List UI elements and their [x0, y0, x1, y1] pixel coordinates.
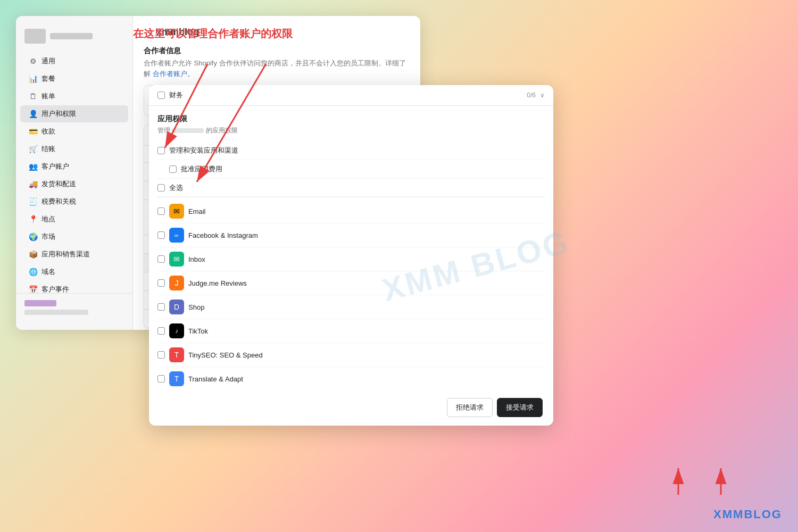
- location-icon: 📍: [29, 215, 37, 223]
- sidebar-item-markets[interactable]: 🌍 市场: [20, 228, 128, 245]
- sidebar-item-taxes[interactable]: 🧾 税费和关税: [20, 193, 128, 210]
- sidebar-item-label: 市场: [41, 232, 55, 242]
- app-tiktok-name: TikTok: [188, 327, 545, 335]
- chart-icon: 📊: [29, 74, 37, 83]
- finance-label: 财务: [169, 90, 522, 100]
- sidebar-item-label: 结账: [41, 144, 55, 154]
- app-inbox-name: Inbox: [188, 255, 545, 263]
- judgeme-icon: J: [169, 276, 184, 290]
- sidebar-item-billing[interactable]: 🗒 账单: [20, 88, 128, 105]
- tiktok-icon: ♪: [169, 323, 184, 338]
- sidebar-item-checkout[interactable]: 🛒 结账: [20, 140, 128, 157]
- save-button[interactable]: 接受请求: [497, 398, 543, 417]
- users-icon: 👥: [29, 162, 37, 171]
- user-icon: 👤: [29, 110, 37, 118]
- page-title: xmmblog: [156, 27, 199, 38]
- truck-icon: 🚚: [29, 180, 37, 188]
- store-name-bar: [24, 310, 88, 315]
- domain-icon: 🌐: [29, 268, 37, 276]
- bill-icon: 🗒: [29, 92, 37, 101]
- app-tinyseo: T TinySEO: SEO & Speed: [157, 343, 545, 367]
- app-tinyseo-checkbox[interactable]: [157, 351, 165, 359]
- sidebar-bottom: [16, 293, 132, 321]
- sidebar-item-customer-accounts[interactable]: 👥 客户账户: [20, 158, 128, 175]
- translate-icon: T: [169, 371, 184, 386]
- app-tiktok: ♪ TikTok: [157, 319, 545, 343]
- app-charges-checkbox[interactable]: [169, 165, 177, 173]
- inbox-icon: ✉: [169, 252, 184, 267]
- app-tinyseo-name: TinySEO: SEO & Speed: [188, 351, 545, 359]
- store-badge: [24, 300, 56, 306]
- app-permissions-title: 应用权限: [157, 114, 545, 124]
- sidebar-item-label: 客户账户: [41, 162, 69, 171]
- app-shop-checkbox[interactable]: [157, 303, 165, 311]
- footer-buttons: 拒绝请求 接受请求: [447, 398, 543, 417]
- app-inbox: ✉ Inbox: [157, 247, 545, 271]
- app-facebook-checkbox[interactable]: [157, 231, 165, 239]
- app-translate-name: Translate & Adapt: [188, 375, 545, 383]
- manage-install-label: 管理和安装应用和渠道: [169, 146, 545, 155]
- app-translate-checkbox[interactable]: [157, 375, 165, 383]
- sidebar-item-payments[interactable]: 💳 收款: [20, 123, 128, 140]
- shop-icon: D: [169, 300, 184, 314]
- sidebar-item-plan[interactable]: 📊 套餐: [20, 70, 128, 87]
- app-email: ✉ Email: [157, 200, 545, 223]
- manage-install-checkbox[interactable]: [157, 147, 165, 154]
- perm-app-charges: 批准应用费用: [157, 160, 545, 179]
- sidebar-item-general[interactable]: ⚙ 通用: [20, 53, 128, 70]
- sidebar-nav: ⚙ 通用 📊 套餐 🗒 账单 👤 用户和权限 💳 收款 🛒 结账: [16, 52, 132, 293]
- app-shop-name: Shop: [188, 303, 545, 311]
- app-judgeme: J Judge.me Reviews: [157, 271, 545, 295]
- finance-checkbox[interactable]: [157, 92, 165, 99]
- sidebar-item-label: 域名: [41, 267, 55, 277]
- app-translate: T Translate & Adapt: [157, 367, 545, 390]
- sidebar-item-users[interactable]: 👤 用户和权限: [20, 105, 128, 122]
- sidebar-item-label: 用户和权限: [41, 109, 76, 119]
- partner-info-title: 合作者信息: [144, 46, 410, 56]
- sidebar-item-label: 发货和配送: [41, 179, 76, 189]
- sidebar-item-label: 税费和关税: [41, 197, 76, 206]
- app-shop: D Shop: [157, 295, 545, 319]
- sidebar-item-apps[interactable]: 📦 应用和销售渠道: [20, 246, 128, 263]
- facebook-icon: ∞: [169, 228, 184, 243]
- app-email-checkbox[interactable]: [157, 207, 165, 215]
- perm-manage-install: 管理和安装应用和渠道: [157, 142, 545, 160]
- app-facebook: ∞ Facebook & Instagram: [157, 223, 545, 247]
- app-facebook-name: Facebook & Instagram: [188, 231, 545, 239]
- finance-count: 0/6: [527, 92, 536, 99]
- app-permissions-sub: 管理 的应用权限: [157, 126, 545, 135]
- sidebar-item-events[interactable]: 📅 客户事件: [20, 281, 128, 293]
- app-permissions-section: 应用权限 管理 的应用权限 管理和安装应用和渠道 批准应用费用 全选: [149, 106, 553, 399]
- calendar-icon: 📅: [29, 285, 37, 293]
- app-tiktok-checkbox[interactable]: [157, 327, 165, 335]
- sidebar-item-label: 通用: [41, 56, 55, 66]
- app-charges-label: 批准应用费用: [181, 164, 545, 174]
- second-card: 财务 0/6 ∨ 应用权限 管理 的应用权限 管理和安装应用和渠道 批准应用费用: [149, 85, 553, 426]
- sidebar-item-label: 收款: [41, 127, 55, 136]
- app-inbox-checkbox[interactable]: [157, 255, 165, 263]
- apps-select-all: 全选: [157, 179, 545, 197]
- sidebar-item-label: 地点: [41, 214, 55, 224]
- bottom-watermark: XMMBLOG: [713, 508, 782, 521]
- receipt-icon: 🧾: [29, 197, 37, 206]
- sidebar-item-label: 客户事件: [41, 285, 69, 293]
- gear-icon: ⚙: [29, 57, 37, 65]
- app-judgeme-checkbox[interactable]: [157, 279, 165, 287]
- second-card-content: 财务 0/6 ∨ 应用权限 管理 的应用权限 管理和安装应用和渠道 批准应用费用: [149, 85, 553, 426]
- partner-info-desc: 合作者账户允许 Shopify 合作伙伴访问您的商店，并且不会计入您的员工限制。…: [144, 58, 410, 79]
- cart-icon: 🛒: [29, 145, 37, 153]
- sidebar: ⚙ 通用 📊 套餐 🗒 账单 👤 用户和权限 💳 收款 🛒 结账: [16, 16, 133, 330]
- logo-box: [24, 29, 46, 44]
- sidebar-item-domains[interactable]: 🌐 域名: [20, 263, 128, 280]
- back-arrow-icon[interactable]: ←: [144, 28, 152, 37]
- sidebar-item-shipping[interactable]: 🚚 发货和配送: [20, 176, 128, 193]
- email-icon: ✉: [169, 204, 184, 219]
- cancel-button[interactable]: 拒绝请求: [447, 398, 493, 417]
- finance-expand[interactable]: ∨: [540, 92, 545, 99]
- partner-accounts-link[interactable]: 合作者账户。: [153, 70, 194, 78]
- app-judgeme-name: Judge.me Reviews: [188, 279, 545, 287]
- apps-select-all-checkbox[interactable]: [157, 184, 165, 192]
- sidebar-item-label: 套餐: [41, 74, 55, 84]
- sidebar-item-locations[interactable]: 📍 地点: [20, 211, 128, 228]
- bottom-arrows-svg: [649, 452, 755, 505]
